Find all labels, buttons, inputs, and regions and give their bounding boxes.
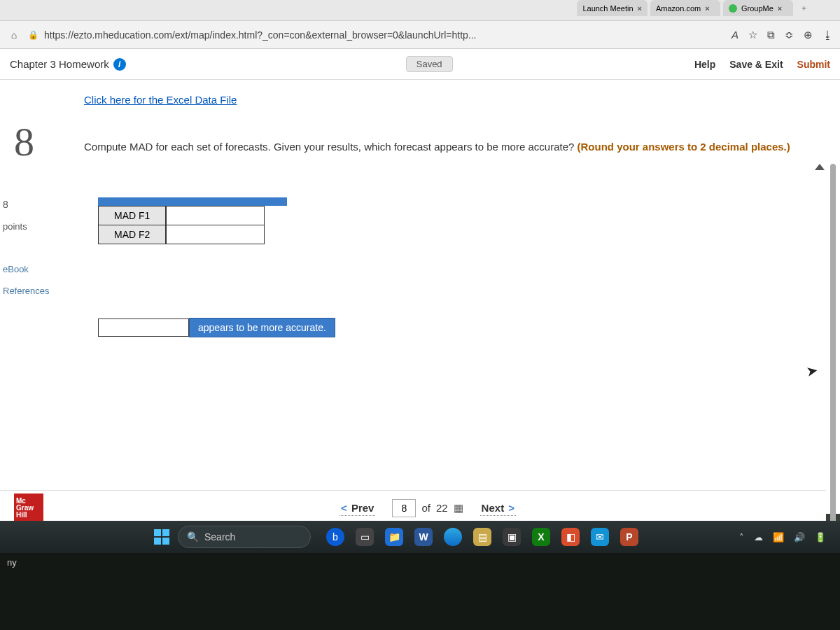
points-value: 8: [3, 199, 8, 210]
grid-icon[interactable]: ▦: [454, 502, 463, 514]
scrollbar[interactable]: [830, 164, 836, 528]
points-label: points: [3, 221, 27, 232]
tab-label: Amazon.com: [656, 4, 701, 13]
powerpoint-icon[interactable]: P: [620, 528, 638, 546]
taskbar-tray: ˄ ☁ 📶 🔊 🔋: [739, 532, 826, 542]
battery-icon[interactable]: 🔋: [815, 532, 826, 542]
taskbar-pinned-apps: b ▭ 📁 W ▤ ▣ X ◧ ✉ P: [326, 528, 638, 546]
home-icon[interactable]: ⌂: [7, 28, 21, 42]
footer-text: ny: [7, 557, 17, 568]
wifi-icon[interactable]: 📶: [773, 532, 784, 542]
ebook-link[interactable]: eBook: [3, 264, 29, 274]
tab-label: Launch Meetin: [582, 4, 633, 13]
excel-icon[interactable]: X: [532, 528, 550, 546]
browser-tab[interactable]: Launch Meetin ×: [577, 0, 648, 16]
assignment-title: Chapter 3 Homework: [10, 58, 109, 70]
total-questions: 22: [436, 502, 448, 514]
browser-toolbar: ⌂ 🔒 https://ezto.mheducation.com/ext/map…: [0, 21, 840, 49]
file-explorer-icon[interactable]: 📁: [385, 528, 403, 546]
current-question-input[interactable]: [392, 499, 416, 517]
close-icon[interactable]: ×: [638, 4, 642, 13]
table-row: MAD F1: [99, 206, 265, 225]
lock-icon: 🔒: [28, 30, 38, 40]
start-button[interactable]: [154, 529, 169, 545]
question-number: 8: [14, 118, 34, 165]
saved-indicator: Saved: [406, 56, 453, 72]
split-icon[interactable]: ⧉: [767, 29, 775, 41]
close-icon[interactable]: ×: [778, 4, 782, 13]
submit-button[interactable]: Submit: [797, 59, 830, 70]
question-nav-bar: Mc Graw Hill < Prev of 22 ▦ Next >: [0, 490, 826, 525]
row-label: MAD F1: [99, 206, 167, 225]
downloads-icon[interactable]: ⭳: [822, 29, 833, 41]
edge-icon[interactable]: [444, 528, 462, 546]
next-label: Next: [482, 502, 505, 514]
pager: < Prev of 22 ▦ Next >: [340, 499, 516, 517]
collections-icon[interactable]: ≎: [785, 29, 794, 41]
question-content: Click here for the Excel Data File 8 Com…: [0, 80, 840, 514]
mail-icon[interactable]: ✉: [591, 528, 609, 546]
new-tab-button[interactable]: ＋: [796, 0, 812, 16]
accuracy-input[interactable]: [98, 318, 189, 337]
info-icon[interactable]: i: [113, 58, 126, 71]
save-exit-button[interactable]: Save & Exit: [729, 59, 783, 70]
accuracy-row: appears to be more accurate.: [98, 318, 335, 337]
extensions-icon[interactable]: ⊕: [804, 29, 813, 41]
chevron-up-icon[interactable]: ˄: [739, 532, 744, 542]
accuracy-label: appears to be more accurate.: [189, 318, 335, 337]
read-aloud-icon[interactable]: A: [732, 29, 738, 41]
search-icon: 🔍: [187, 531, 199, 542]
browser-tab[interactable]: Amazon.com ×: [650, 0, 720, 16]
table-row: MAD F2: [99, 225, 265, 244]
app-icon[interactable]: ▣: [503, 528, 521, 546]
instruction-text: Compute MAD for each set of forecasts. G…: [84, 141, 578, 153]
mad-f1-input[interactable]: [167, 206, 264, 225]
prev-label: Prev: [351, 502, 374, 514]
instruction-hint: (Round your answers to 2 decimal places.…: [578, 141, 790, 153]
bottom-region: ny: [0, 553, 840, 630]
prev-button[interactable]: < Prev: [340, 500, 375, 516]
windows-taskbar: 🔍 Search b ▭ 📁 W ▤ ▣ X ◧ ✉ P ˄ ☁ 📶 🔊 🔋: [0, 521, 840, 553]
browser-tab[interactable]: GroupMe ×: [723, 0, 793, 16]
mad-f2-input[interactable]: [167, 225, 264, 244]
tab-label: GroupMe: [741, 4, 774, 13]
volume-icon[interactable]: 🔊: [794, 532, 805, 542]
close-icon[interactable]: ×: [705, 4, 709, 13]
cursor-icon: ➤: [805, 362, 820, 381]
app-icon[interactable]: ◧: [561, 528, 580, 546]
excel-data-link[interactable]: Click here for the Excel Data File: [84, 94, 237, 106]
task-view-icon[interactable]: ▭: [356, 528, 374, 546]
bing-icon[interactable]: b: [326, 528, 344, 546]
row-label: MAD F2: [99, 225, 167, 244]
of-label: of: [421, 502, 430, 514]
pager-position: of 22 ▦: [392, 499, 463, 517]
mcgraw-hill-logo: Mc Graw Hill: [14, 493, 43, 523]
table-header-bar: [98, 197, 287, 206]
onedrive-icon[interactable]: ☁: [754, 532, 763, 542]
question-instruction: Compute MAD for each set of forecasts. G…: [84, 139, 812, 154]
question-sidebar: 8 points eBook References: [0, 199, 70, 296]
url-text: https://ezto.mheducation.com/ext/map/ind…: [44, 29, 477, 41]
chevron-left-icon: <: [341, 502, 347, 514]
browser-tab-strip: Launch Meetin × Amazon.com × GroupMe × ＋: [0, 0, 840, 21]
next-button[interactable]: Next >: [480, 500, 516, 516]
scroll-up-icon[interactable]: [815, 164, 825, 170]
address-bar[interactable]: 🔒 https://ezto.mheducation.com/ext/map/i…: [28, 29, 477, 41]
search-placeholder: Search: [204, 531, 235, 542]
references-link[interactable]: References: [3, 286, 49, 296]
app-icon[interactable]: ▤: [473, 528, 491, 546]
favorite-icon[interactable]: ☆: [748, 29, 757, 41]
assignment-header: Chapter 3 Homework i Saved Help Save & E…: [0, 49, 840, 80]
word-icon[interactable]: W: [414, 528, 433, 546]
chevron-right-icon: >: [508, 502, 514, 514]
mad-table: MAD F1 MAD F2: [98, 206, 265, 244]
taskbar-search[interactable]: 🔍 Search: [178, 526, 311, 548]
groupme-icon: [729, 4, 737, 13]
help-button[interactable]: Help: [694, 59, 715, 70]
